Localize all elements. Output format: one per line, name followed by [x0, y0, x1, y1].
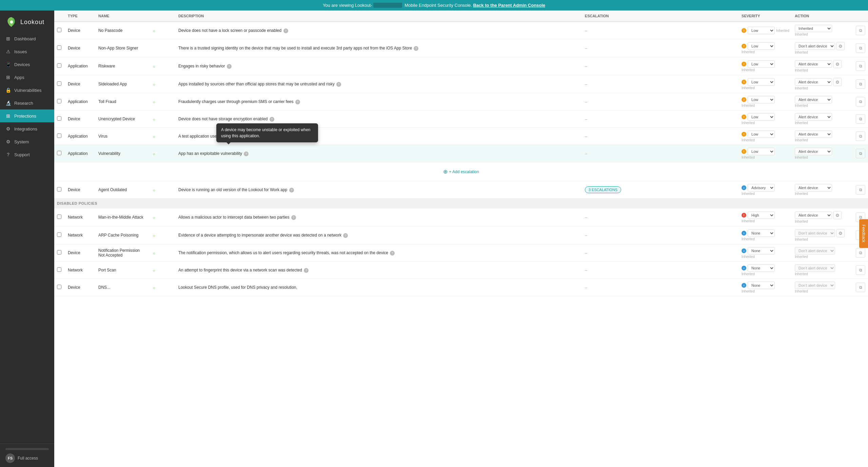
help-icon[interactable]: ?	[270, 117, 274, 122]
gear-button[interactable]: ⚙	[836, 42, 845, 50]
action-select[interactable]: Alert device	[795, 211, 832, 219]
escalations-button[interactable]: 3 ESCALATIONS	[585, 186, 621, 193]
help-icon[interactable]: ?	[295, 100, 300, 104]
row-checkbox[interactable]	[57, 187, 61, 191]
copy-button[interactable]: ⧉	[856, 265, 865, 275]
severity-select[interactable]: Low	[748, 113, 775, 121]
severity-select[interactable]: Low	[748, 130, 775, 138]
help-icon[interactable]: ?	[289, 188, 294, 192]
action-select[interactable]: Alert device	[795, 96, 832, 103]
row-checkbox[interactable]	[57, 28, 61, 32]
action-select[interactable]: Alert device	[795, 184, 832, 191]
severity-select[interactable]: None	[748, 247, 775, 255]
copy-button[interactable]: ⧉	[856, 26, 865, 35]
parent-console-link[interactable]: Back to the Parent Admin Console	[473, 3, 545, 8]
gear-button[interactable]: ⚙	[833, 78, 842, 86]
sidebar-item-integrations[interactable]: ⚙ Integrations	[0, 122, 54, 135]
action-select[interactable]: Alert device	[795, 60, 832, 68]
help-icon[interactable]: ?	[269, 134, 274, 139]
severity-select[interactable]: Low	[748, 148, 775, 155]
severity-select[interactable]: Low	[748, 96, 775, 103]
action-select[interactable]: Alert device	[795, 130, 832, 138]
sidebar-item-apps[interactable]: ⊞ Apps	[0, 71, 54, 84]
copy-button[interactable]: ⧉	[856, 43, 865, 53]
copy-button[interactable]: ⧉	[856, 79, 865, 89]
row-checkbox[interactable]	[57, 63, 61, 68]
row-checkbox[interactable]	[57, 232, 61, 237]
sidebar-item-devices[interactable]: 📱 Devices	[0, 58, 54, 71]
feedback-tab[interactable]: Feedback	[859, 219, 868, 248]
help-icon[interactable]: ?	[244, 151, 249, 156]
copy-button[interactable]: ⧉	[856, 61, 865, 71]
help-icon[interactable]: ?	[227, 64, 232, 69]
severity-select[interactable]: Advisory	[748, 184, 775, 191]
severity-select[interactable]: Low	[748, 42, 775, 50]
gear-button[interactable]: ⚙	[833, 211, 842, 219]
copy-button[interactable]: ⧉	[856, 114, 865, 124]
severity-select[interactable]: None	[748, 229, 775, 237]
severity-select[interactable]: None	[748, 264, 775, 272]
add-escalation-button[interactable]: ⊕ + Add escalation	[57, 165, 865, 178]
sidebar-item-support[interactable]: ? Support	[0, 148, 54, 161]
sidebar-item-dashboard[interactable]: ⊞ Dashboard	[0, 32, 54, 45]
row-checkbox[interactable]	[57, 45, 61, 50]
copy-button[interactable]: ⧉	[856, 149, 865, 158]
help-icon[interactable]: ?	[283, 28, 288, 33]
research-icon: 🔬	[5, 100, 11, 106]
help-icon[interactable]: ?	[343, 233, 348, 238]
user-avatar: FS	[5, 453, 15, 463]
action-select[interactable]: Alert device	[795, 113, 832, 121]
copy-button[interactable]: ⧉	[856, 131, 865, 141]
sidebar-item-system[interactable]: ⚙ System	[0, 135, 54, 148]
action-select[interactable]: Alert device	[795, 148, 832, 155]
action-select[interactable]: Alert device	[795, 78, 832, 86]
sidebar-item-protections[interactable]: ⊞ Protections	[0, 109, 54, 122]
severity-select[interactable]: None	[748, 282, 775, 289]
sidebar-item-vulnerabilities[interactable]: 🔒 Vulnerabilities	[0, 84, 54, 97]
dashboard-icon: ⊞	[5, 36, 11, 41]
action-select[interactable]: Don't alert device	[795, 264, 835, 272]
sidebar-item-research[interactable]: 🔬 Research	[0, 97, 54, 109]
android-icon: ⬦	[153, 250, 155, 256]
row-escalation: –	[582, 145, 739, 162]
copy-button[interactable]: ⧉	[856, 97, 865, 106]
table-row: Device Non-App Store Signer There is a t…	[54, 39, 868, 57]
table-row: Network Man-in-the-Middle Attack ⬦ Allow…	[54, 208, 868, 226]
sidebar-item-issues[interactable]: ⚠ Issues	[0, 45, 54, 58]
row-checkbox[interactable]	[57, 134, 61, 138]
help-icon[interactable]: ?	[390, 251, 395, 256]
user-role-label: Full access	[18, 456, 38, 461]
action-select[interactable]: Don't alert device	[795, 229, 835, 237]
help-icon[interactable]: ?	[414, 46, 418, 51]
row-checkbox[interactable]	[57, 285, 61, 289]
severity-select[interactable]: Low	[748, 27, 775, 34]
row-checkbox[interactable]	[57, 267, 61, 272]
action-select[interactable]: Don't alert device	[795, 247, 835, 255]
action-select[interactable]: Don't alert device	[795, 282, 835, 289]
row-checkbox[interactable]	[57, 81, 61, 86]
row-checkbox[interactable]	[57, 250, 61, 255]
row-checkbox[interactable]	[57, 151, 61, 155]
severity-select[interactable]: High	[748, 211, 775, 219]
action-select[interactable]: Inherited	[795, 25, 832, 32]
row-checkbox[interactable]	[57, 116, 61, 121]
severity-select[interactable]: Low	[748, 78, 775, 86]
action-select[interactable]: Don't alert device	[795, 42, 835, 50]
copy-button[interactable]: ⧉	[856, 248, 865, 258]
help-icon[interactable]: ?	[304, 268, 309, 273]
gear-button[interactable]: ⚙	[833, 60, 842, 68]
severity-select[interactable]: Low	[748, 60, 775, 68]
copy-button[interactable]: ⧉	[856, 185, 865, 195]
table-row: Device DNS... ⬦ Lookout Secure DNS profi…	[54, 279, 868, 296]
help-icon[interactable]: ?	[291, 215, 296, 220]
row-desc: Lookout Secure DNS profile, used for DNS…	[176, 279, 582, 296]
gear-button[interactable]: ⚙	[836, 229, 845, 237]
row-platforms: ⬦	[150, 279, 176, 296]
help-icon[interactable]: ?	[336, 82, 341, 87]
table-row: Application Virus ⬦ A test application u…	[54, 128, 868, 145]
row-checkbox[interactable]	[57, 99, 61, 103]
row-checkbox[interactable]	[57, 215, 61, 219]
action-inherited-label: Inherited	[795, 86, 850, 90]
row-severity: ! Low Inherited	[739, 39, 792, 57]
copy-button[interactable]: ⧉	[856, 283, 865, 292]
